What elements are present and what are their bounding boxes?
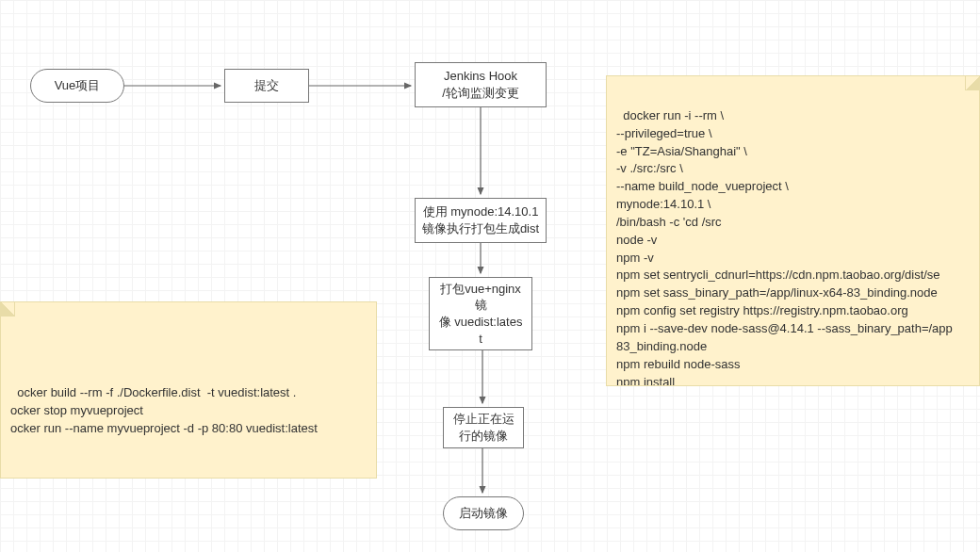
process-commit: 提交 <box>224 69 309 103</box>
process-pack-image: 打包vue+nginx 镜 像 vuedist:lates t <box>429 277 532 350</box>
pack-image-line2: 镜 <box>475 297 487 314</box>
process-stop-image: 停止正在运 行的镜像 <box>443 407 524 448</box>
process-commit-label: 提交 <box>254 77 279 94</box>
pack-image-line4: t <box>479 331 482 348</box>
process-jenkins-hook: Jenkins Hook /轮询监测变更 <box>415 62 547 107</box>
jenkins-line1: Jenkins Hook <box>444 68 517 85</box>
build-dist-line1: 使用 mynode:14.10.1 <box>423 203 539 220</box>
terminator-start: Vue项目 <box>30 69 124 103</box>
process-build-dist: 使用 mynode:14.10.1 镜像执行打包生成dist <box>415 198 547 243</box>
terminator-run-label: 启动镜像 <box>459 505 508 522</box>
note-docker-commands: ocker build --rm -f ./Dockerfile.dist -t… <box>0 301 377 479</box>
stop-line2: 行的镜像 <box>459 428 508 445</box>
jenkins-line2: /轮询监测变更 <box>442 85 519 102</box>
note-docker-run-script-text: docker run -i --rm \ --privileged=true \… <box>616 108 953 386</box>
terminator-run: 启动镜像 <box>443 496 524 530</box>
stop-line1: 停止正在运 <box>453 411 514 428</box>
note-docker-run-script: docker run -i --rm \ --privileged=true \… <box>606 75 980 386</box>
terminator-start-label: Vue项目 <box>55 77 101 94</box>
build-dist-line2: 镜像执行打包生成dist <box>422 220 539 237</box>
pack-image-line3: 像 vuedist:lates <box>439 314 523 331</box>
note-docker-commands-text: ocker build --rm -f ./Dockerfile.dist -t… <box>10 385 318 435</box>
pack-image-line1: 打包vue+nginx <box>440 281 521 298</box>
